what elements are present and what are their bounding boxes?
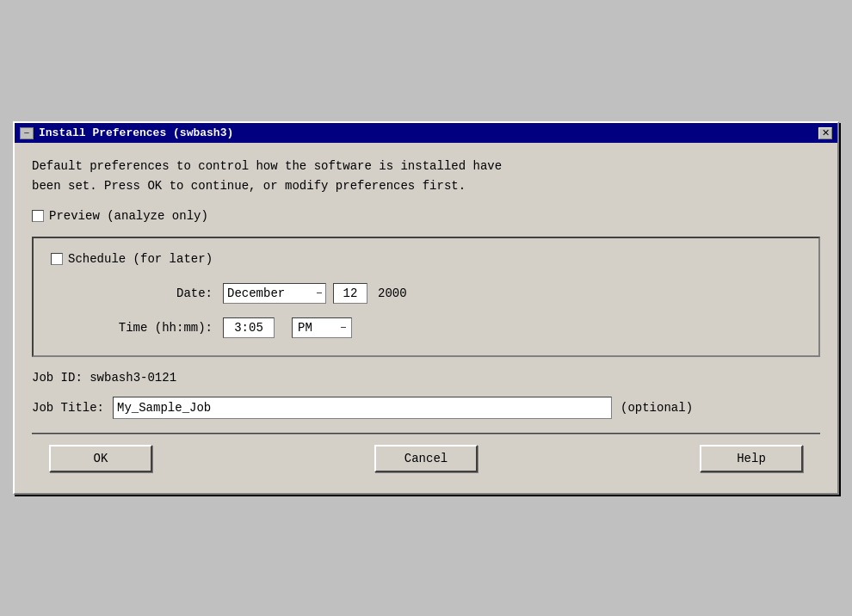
time-label: Time (hh:mm): bbox=[68, 321, 223, 335]
description-line2: been set. Press OK to continue, or modif… bbox=[32, 176, 820, 195]
ampm-value: PM bbox=[298, 321, 312, 335]
schedule-box: Schedule (for later) Date: December — 20… bbox=[32, 237, 820, 357]
preview-label: Preview (analyze only) bbox=[49, 209, 208, 223]
year-value: 2000 bbox=[378, 286, 407, 300]
job-title-row: Job Title: (optional) bbox=[32, 397, 820, 419]
window-content: Default preferences to control how the s… bbox=[15, 143, 837, 493]
preview-row: Preview (analyze only) bbox=[32, 209, 820, 223]
main-window: ─ Install Preferences (swbash3) ✕ Defaul… bbox=[13, 121, 839, 495]
description-line1: Default preferences to control how the s… bbox=[32, 157, 820, 176]
help-button[interactable]: Help bbox=[700, 445, 803, 472]
ampm-dropdown[interactable]: PM — bbox=[292, 317, 352, 338]
day-input[interactable] bbox=[333, 283, 367, 304]
job-id-row: Job ID: swbash3-0121 bbox=[32, 371, 820, 385]
cancel-button[interactable]: Cancel bbox=[374, 445, 478, 472]
close-button[interactable]: ✕ bbox=[818, 127, 832, 139]
title-bar-left: ─ Install Preferences (swbash3) bbox=[20, 126, 233, 139]
month-dropdown-arrow: — bbox=[317, 288, 322, 298]
job-id-value: swbash3-0121 bbox=[90, 371, 176, 385]
ampm-dropdown-arrow: — bbox=[341, 323, 346, 332]
title-bar: ─ Install Preferences (swbash3) ✕ bbox=[15, 123, 837, 143]
separator bbox=[32, 433, 820, 434]
window-title: Install Preferences (swbash3) bbox=[39, 126, 233, 139]
time-input[interactable] bbox=[223, 317, 275, 338]
job-title-input[interactable] bbox=[113, 397, 612, 419]
month-dropdown[interactable]: December — bbox=[223, 283, 326, 304]
schedule-label: Schedule (for later) bbox=[68, 252, 213, 266]
schedule-checkbox-row: Schedule (for later) bbox=[51, 252, 801, 266]
schedule-checkbox[interactable] bbox=[51, 253, 63, 265]
month-value: December bbox=[227, 286, 285, 300]
date-row: Date: December — 2000 bbox=[51, 283, 801, 304]
description-block: Default preferences to control how the s… bbox=[32, 157, 820, 195]
time-row: Time (hh:mm): PM — bbox=[51, 317, 801, 338]
optional-label: (optional) bbox=[620, 401, 693, 415]
job-id-label: Job ID: bbox=[32, 371, 83, 385]
preview-checkbox[interactable] bbox=[32, 210, 44, 222]
ok-button[interactable]: OK bbox=[49, 445, 152, 472]
button-row: OK Cancel Help bbox=[32, 445, 820, 479]
window-menu-icon[interactable]: ─ bbox=[20, 127, 34, 139]
date-label: Date: bbox=[68, 286, 223, 300]
job-title-label: Job Title: bbox=[32, 401, 104, 415]
